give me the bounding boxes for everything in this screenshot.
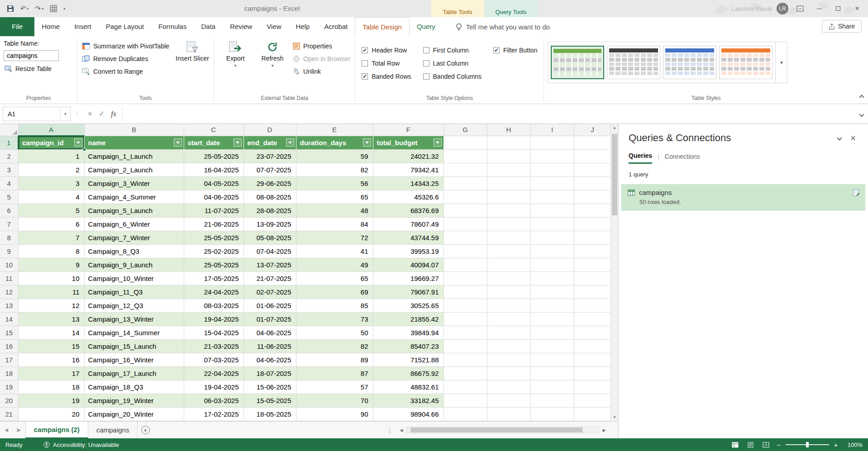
cell[interactable]: 3 [18,176,84,190]
cell[interactable]: 13 [18,312,84,326]
accessibility-status[interactable]: Accessibility: Unavailable [43,442,119,448]
cell[interactable]: 6 [18,217,84,231]
maximize-button[interactable] [831,2,845,15]
column-header-a[interactable]: A [18,124,84,136]
scrollbar-grip[interactable]: ⋮ [383,422,396,438]
column-header-e[interactable]: E [296,124,373,136]
cell[interactable]: 8 [18,244,84,258]
refresh-button[interactable]: Refresh ▾ [255,39,290,68]
checkbox-first-column[interactable]: First Column [423,43,482,57]
cell[interactable] [444,258,487,271]
cell[interactable]: Campaign_1_Launch [84,149,184,163]
ribbon-tab-acrobat[interactable]: Acrobat [317,17,355,36]
cell[interactable]: 01-07-2025 [243,312,296,326]
cell[interactable] [574,244,611,258]
table-style-orange[interactable] [719,46,773,79]
column-header-j[interactable]: J [574,124,611,136]
cell[interactable]: 11 [18,285,84,299]
filter-button[interactable] [286,138,294,147]
cell[interactable]: Campaign_20_Winter [84,407,184,421]
cell[interactable] [487,258,530,271]
enter-icon[interactable]: ✓ [96,109,108,118]
cell[interactable]: 65 [296,190,373,204]
cell[interactable] [530,190,574,204]
gallery-more-button[interactable]: ▾ [775,42,787,83]
minimize-button[interactable] [812,2,826,15]
cell[interactable] [444,136,487,149]
cell[interactable] [574,176,611,190]
row-header-21[interactable]: 21 [0,407,18,421]
cell[interactable] [487,285,530,299]
ribbon-tab-home[interactable]: Home [34,17,67,36]
cell[interactable] [444,217,487,231]
column-header-f[interactable]: F [373,124,444,136]
column-header-i[interactable]: I [530,124,574,136]
cell[interactable]: 84 [296,217,373,231]
cell[interactable]: 87 [296,366,373,380]
sheet-tab-campaigns[interactable]: campaigns [88,422,138,438]
avatar[interactable]: LR [777,3,788,14]
zoom-slider-thumb[interactable] [806,442,809,447]
cell[interactable]: 49 [296,258,373,271]
checkbox-last-column[interactable]: Last Column [423,57,482,70]
cell[interactable]: 04-06-2025 [243,326,296,339]
cell[interactable]: Campaign_12_Q3 [84,299,184,312]
ribbon-tab-query[interactable]: Query [410,17,443,36]
cell[interactable]: 17 [18,366,84,380]
cell[interactable]: 71521.88 [373,353,444,366]
cell[interactable]: 41 [296,244,373,258]
horizontal-scrollbar[interactable]: ◀ ▶ [396,422,609,438]
cell[interactable] [487,271,530,285]
zoom-level[interactable]: 100% [843,442,863,448]
page-break-view-button[interactable] [760,440,771,450]
cell[interactable] [487,407,530,421]
checkbox-header-row[interactable]: ✓Header Row [362,43,411,57]
row-header-8[interactable]: 8 [0,231,18,244]
cell[interactable]: Campaign_2_Launch [84,163,184,176]
cell[interactable]: Campaign_16_Winter [84,353,184,366]
cell[interactable] [487,149,530,163]
cell[interactable] [530,380,574,394]
cell[interactable]: Campaign_8_Q3 [84,244,184,258]
cell[interactable] [444,353,487,366]
cell[interactable] [530,217,574,231]
filter-button[interactable] [74,138,82,147]
cell[interactable]: 86675.92 [373,366,444,380]
cell[interactable] [574,407,611,421]
cell[interactable]: 22-04-2025 [184,366,243,380]
cell[interactable]: 08-08-2025 [243,190,296,204]
name-box[interactable]: A1 ▾ [3,107,71,121]
cell[interactable]: 59 [296,149,373,163]
cell[interactable]: 21-03-2025 [184,339,243,353]
cell[interactable]: 73 [296,312,373,326]
ribbon-tab-view[interactable]: View [259,17,288,36]
cell[interactable] [574,217,611,231]
cell[interactable] [444,312,487,326]
cell[interactable] [444,271,487,285]
cell[interactable]: Campaign_11_Q3 [84,285,184,299]
cell[interactable]: 25-05-2025 [184,231,243,244]
cell[interactable] [574,312,611,326]
undo-button[interactable]: ↶▾ [18,3,31,14]
cell[interactable] [487,190,530,204]
cell[interactable]: Campaign_13_Winter [84,312,184,326]
cancel-icon[interactable]: × [84,110,96,118]
column-header-g[interactable]: G [444,124,487,136]
cell[interactable]: 19669.27 [373,271,444,285]
cell[interactable] [444,190,487,204]
close-button[interactable]: × [850,2,864,15]
cell[interactable]: 24-04-2025 [184,285,243,299]
cell[interactable] [574,231,611,244]
cell[interactable]: 01-06-2025 [243,299,296,312]
cell[interactable] [574,163,611,176]
cell[interactable]: 04-06-2025 [184,190,243,204]
cell[interactable] [574,271,611,285]
cell[interactable] [530,312,574,326]
sheet-tab-campaigns-2[interactable]: campaigns (2) [25,422,88,438]
cell[interactable]: 85407.23 [373,339,444,353]
cell[interactable]: 78607.49 [373,217,444,231]
cell[interactable] [530,326,574,339]
cell[interactable]: 79342.41 [373,163,444,176]
cell[interactable] [444,231,487,244]
cell[interactable]: 05-08-2025 [243,231,296,244]
